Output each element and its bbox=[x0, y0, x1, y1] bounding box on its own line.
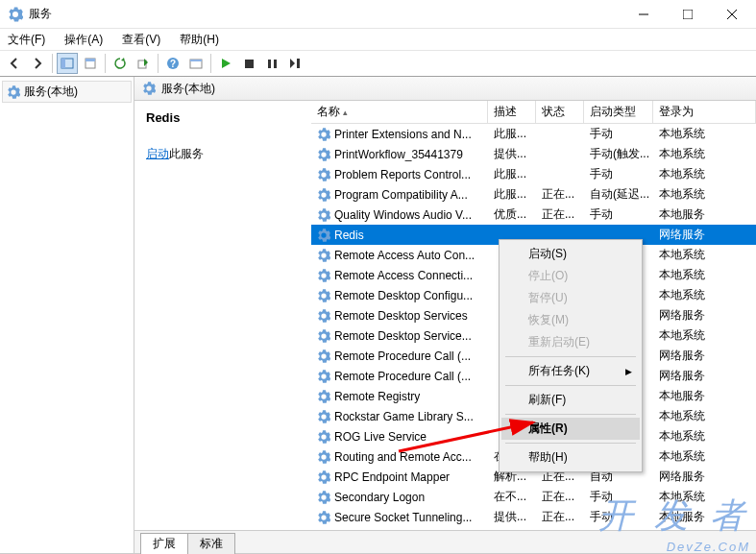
context-menu-item[interactable]: 启动(S) bbox=[501, 243, 640, 265]
gear-icon bbox=[317, 390, 330, 403]
menu-separator bbox=[505, 356, 636, 357]
col-login[interactable]: 登录为 bbox=[653, 101, 756, 123]
service-startup: 自动(延迟... bbox=[584, 186, 653, 203]
service-desc: 提供... bbox=[488, 509, 536, 525]
service-startup: 手动 bbox=[584, 489, 653, 505]
service-login: 本地系统 bbox=[653, 267, 756, 283]
context-menu-item: 重新启动(E) bbox=[501, 331, 640, 353]
service-status: 正在... bbox=[536, 489, 584, 505]
table-row[interactable]: PrintWorkflow_35441379提供...手动(触发...本地系统 bbox=[311, 144, 756, 164]
context-menu-item[interactable]: 帮助(H) bbox=[501, 446, 640, 469]
service-name: Remote Registry bbox=[334, 390, 420, 403]
menu-separator bbox=[505, 385, 636, 386]
gear-icon bbox=[317, 410, 330, 423]
context-menu-item: 恢复(M) bbox=[501, 309, 640, 331]
menubar: 文件(F) 操作(A) 查看(V) 帮助(H) bbox=[0, 29, 756, 50]
stop-service-button[interactable] bbox=[238, 53, 259, 74]
svg-rect-0 bbox=[683, 10, 693, 19]
service-startup: 手动 bbox=[584, 509, 653, 525]
gear-icon bbox=[317, 148, 330, 161]
gear-icon bbox=[317, 269, 330, 282]
col-status[interactable]: 状态 bbox=[536, 101, 584, 123]
service-name: Redis bbox=[334, 229, 364, 242]
col-desc[interactable]: 描述 bbox=[488, 101, 536, 123]
back-button[interactable] bbox=[4, 53, 25, 74]
close-button[interactable] bbox=[710, 0, 754, 29]
service-name: Secure Socket Tunneling... bbox=[334, 511, 472, 524]
menu-action[interactable]: 操作(A) bbox=[61, 30, 107, 50]
minimize-button[interactable] bbox=[622, 0, 666, 29]
table-row[interactable]: Quality Windows Audio V...优质...正在...手动本地… bbox=[311, 205, 756, 225]
service-name: Remote Procedure Call (... bbox=[334, 349, 471, 363]
service-desc: 在不... bbox=[488, 489, 536, 505]
tab-extended[interactable]: 扩展 bbox=[140, 533, 188, 554]
show-hide-tree-button[interactable] bbox=[57, 53, 78, 74]
gear-icon bbox=[317, 511, 330, 524]
table-row[interactable]: Program Compatibility A...此服...正在...自动(延… bbox=[311, 184, 756, 205]
service-startup: 手动 bbox=[584, 206, 653, 223]
menu-help[interactable]: 帮助(H) bbox=[176, 30, 223, 50]
maximize-button[interactable] bbox=[666, 0, 710, 29]
service-name: Program Compatibility A... bbox=[334, 188, 468, 202]
service-name: Routing and Remote Acc... bbox=[334, 450, 472, 464]
toolbar: ? bbox=[0, 50, 756, 77]
service-login: 本地系统 bbox=[653, 327, 756, 344]
menu-separator bbox=[505, 414, 636, 415]
gear-icon bbox=[317, 168, 330, 181]
svg-rect-2 bbox=[61, 59, 65, 68]
detail-pane: Redis 启动此服务 bbox=[134, 101, 311, 530]
service-login: 网络服务 bbox=[653, 469, 756, 485]
service-login: 本地系统 bbox=[653, 489, 756, 505]
export-button[interactable] bbox=[133, 53, 154, 74]
svg-rect-12 bbox=[274, 60, 277, 68]
table-row[interactable]: Secondary Logon在不...正在...手动本地系统 bbox=[311, 487, 756, 507]
service-login: 本地系统 bbox=[653, 146, 756, 162]
tab-standard[interactable]: 标准 bbox=[187, 533, 235, 554]
service-login: 本地系统 bbox=[653, 166, 756, 182]
refresh-button[interactable] bbox=[110, 53, 131, 74]
menu-view[interactable]: 查看(V) bbox=[118, 30, 164, 50]
col-startup[interactable]: 启动类型 bbox=[584, 101, 653, 123]
service-login: 网络服务 bbox=[653, 368, 756, 384]
pause-service-button[interactable] bbox=[261, 53, 282, 74]
tree-root-item[interactable]: 服务(本地) bbox=[2, 81, 132, 103]
gear-icon bbox=[317, 249, 330, 262]
service-name: Secondary Logon bbox=[334, 491, 425, 504]
properties-button[interactable] bbox=[80, 53, 101, 74]
service-name: Printer Extensions and N... bbox=[334, 128, 472, 141]
gear-icon bbox=[317, 329, 330, 343]
service-login: 网络服务 bbox=[653, 307, 756, 324]
service-name: Remote Desktop Service... bbox=[334, 329, 472, 343]
restart-service-button[interactable] bbox=[284, 53, 305, 74]
table-row[interactable]: Printer Extensions and N...此服...手动本地系统 bbox=[311, 124, 756, 144]
table-row[interactable]: Secure Socket Tunneling...提供...正在...手动本地… bbox=[311, 507, 756, 527]
service-name: Remote Procedure Call (... bbox=[334, 370, 471, 383]
service-login: 本地系统 bbox=[653, 126, 756, 142]
toolbar-icon[interactable] bbox=[185, 53, 207, 74]
context-menu-item[interactable]: 刷新(F) bbox=[501, 389, 640, 411]
context-menu-item[interactable]: 属性(R) bbox=[501, 418, 640, 440]
tree-root-label: 服务(本地) bbox=[24, 84, 78, 100]
context-menu-item: 停止(O) bbox=[501, 265, 640, 287]
start-service-link[interactable]: 启动 bbox=[146, 147, 169, 160]
service-login: 本地服务 bbox=[653, 388, 756, 404]
col-name[interactable]: 名称▴ bbox=[311, 101, 488, 123]
help-button[interactable]: ? bbox=[162, 53, 183, 74]
service-login: 本地系统 bbox=[653, 428, 756, 445]
gear-icon bbox=[7, 85, 20, 99]
service-name: Remote Access Auto Con... bbox=[334, 249, 475, 262]
table-row[interactable]: Problem Reports Control...此服...手动本地系统 bbox=[311, 164, 756, 184]
forward-button[interactable] bbox=[27, 53, 48, 74]
menu-file[interactable]: 文件(F) bbox=[4, 30, 49, 50]
service-name: Remote Desktop Services bbox=[334, 309, 468, 323]
start-service-button[interactable] bbox=[215, 53, 236, 74]
service-status: 正在... bbox=[536, 206, 584, 223]
service-name: Problem Reports Control... bbox=[334, 168, 471, 181]
gear-icon bbox=[317, 289, 330, 302]
service-login: 本地系统 bbox=[653, 247, 756, 263]
gear-icon bbox=[317, 370, 330, 383]
context-menu-item[interactable]: 所有任务(K)▶ bbox=[501, 360, 640, 382]
service-login: 本地服务 bbox=[653, 509, 756, 525]
service-name: Rockstar Game Library S... bbox=[334, 410, 474, 423]
service-name: Remote Desktop Configu... bbox=[334, 289, 473, 302]
